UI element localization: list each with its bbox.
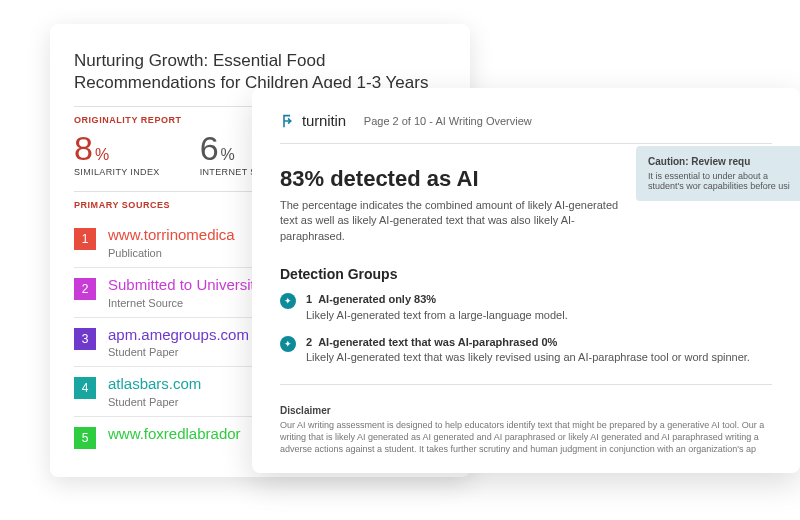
percent-symbol: %	[95, 147, 109, 163]
internet-value: 6	[200, 131, 219, 165]
page-indicator: Page 2 of 10 - AI Writing Overview	[364, 115, 532, 127]
source-number: 1	[74, 228, 96, 250]
group-title: AI-generated only 83%	[318, 292, 436, 307]
source-link[interactable]: www.torrinomedica	[108, 226, 235, 245]
turnitin-icon	[280, 113, 296, 129]
source-link[interactable]: www.foxredlabrador	[108, 425, 241, 444]
caution-body: It is essential to under about a student…	[648, 171, 794, 191]
group-description: Likely AI-generated text that was likely…	[306, 350, 750, 365]
similarity-value: 8	[74, 131, 93, 165]
detection-group: ✦ 1 AI-generated only 83% Likely AI-gene…	[280, 292, 772, 323]
source-number: 2	[74, 278, 96, 300]
ai-writing-report-card: turnitin Page 2 of 10 - AI Writing Overv…	[252, 88, 800, 473]
brand-name: turnitin	[302, 112, 346, 129]
similarity-index: 8 % SIMILARITY INDEX	[74, 131, 160, 177]
source-type: Student Paper	[108, 396, 201, 408]
source-link[interactable]: apm.amegroups.com	[108, 326, 249, 345]
caution-title: Caution: Review requ	[648, 156, 794, 167]
divider	[280, 143, 772, 144]
similarity-label: SIMILARITY INDEX	[74, 167, 160, 177]
source-link[interactable]: atlasbars.com	[108, 375, 201, 394]
source-number: 3	[74, 328, 96, 350]
group-number: 2	[306, 335, 312, 350]
source-type: Publication	[108, 247, 235, 259]
ai-detection-subtext: The percentage indicates the combined am…	[280, 198, 620, 244]
source-number: 5	[74, 427, 96, 449]
report-header: turnitin Page 2 of 10 - AI Writing Overv…	[280, 112, 772, 129]
group-description: Likely AI-generated text from a large-la…	[306, 308, 568, 323]
turnitin-logo: turnitin	[280, 112, 346, 129]
ai-icon: ✦	[280, 336, 296, 352]
disclaimer-text: Our AI writing assessment is designed to…	[280, 419, 772, 455]
detection-group: ✦ 2 AI-generated text that was AI-paraph…	[280, 335, 772, 366]
caution-panel: Caution: Review requ It is essential to …	[636, 146, 800, 201]
source-type: Student Paper	[108, 346, 249, 358]
ai-icon: ✦	[280, 293, 296, 309]
disclaimer-heading: Disclaimer	[280, 405, 772, 416]
divider	[280, 384, 772, 385]
group-number: 1	[306, 292, 312, 307]
detection-groups-title: Detection Groups	[280, 266, 772, 282]
source-number: 4	[74, 377, 96, 399]
percent-symbol: %	[221, 147, 235, 163]
group-title: AI-generated text that was AI-paraphrase…	[318, 335, 557, 350]
